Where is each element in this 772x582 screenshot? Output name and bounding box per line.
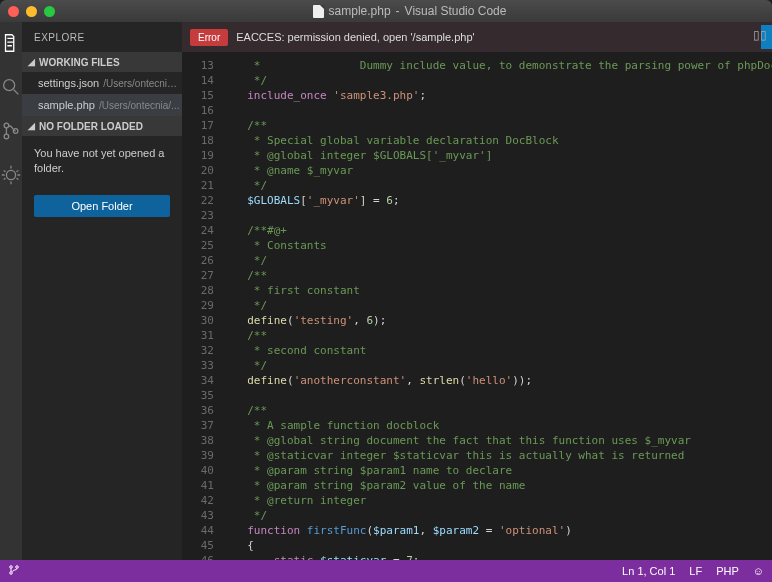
code-content[interactable]: * Dummy include value, to demonstrate th…: [222, 58, 772, 560]
search-icon[interactable]: [0, 76, 22, 98]
notification-text: EACCES: permission denied, open '/sample…: [236, 31, 761, 43]
code-editor[interactable]: 1314151617181920212223242526272829303132…: [182, 52, 772, 560]
line-number-gutter: 1314151617181920212223242526272829303132…: [182, 58, 222, 560]
no-folder-message: You have not yet opened a folder.: [22, 136, 182, 187]
file-name: sample.php: [38, 99, 95, 111]
status-bar: Ln 1, Col 1 LF PHP ☺: [0, 560, 772, 582]
minimize-window-icon[interactable]: [26, 6, 37, 17]
working-files-label: WORKING FILES: [39, 57, 120, 68]
svg-point-6: [10, 572, 13, 575]
file-icon: [313, 5, 324, 18]
svg-point-4: [6, 170, 15, 179]
no-folder-header[interactable]: ◢ NO FOLDER LOADED: [22, 116, 182, 136]
svg-point-1: [4, 123, 9, 128]
working-file-item[interactable]: settings.json/Users/ontecnia/...: [22, 72, 182, 94]
file-name: settings.json: [38, 77, 99, 89]
chevron-down-icon: ◢: [28, 57, 35, 67]
explorer-icon[interactable]: [0, 32, 22, 54]
status-eol[interactable]: LF: [689, 565, 702, 577]
file-path: /Users/ontecnia/...: [103, 78, 182, 89]
debug-icon[interactable]: [0, 164, 22, 186]
sidebar-title: EXPLORE: [22, 22, 182, 52]
file-path: /Users/ontecnia/...: [99, 100, 180, 111]
title-filename: sample.php: [329, 4, 391, 18]
working-file-item[interactable]: sample.php/Users/ontecnia/...: [22, 94, 182, 116]
status-ln-col[interactable]: Ln 1, Col 1: [622, 565, 675, 577]
chevron-down-icon: ◢: [28, 121, 35, 131]
sidebar-explorer: EXPLORE ◢ WORKING FILES settings.json/Us…: [22, 22, 182, 560]
error-badge: Error: [190, 29, 228, 46]
traffic-lights: [8, 6, 55, 17]
svg-point-2: [4, 134, 9, 139]
title-sep: -: [396, 4, 400, 18]
window-titlebar: sample.php - Visual Studio Code: [0, 0, 772, 22]
editor-actions: ▯▯ ⋯ ✕: [753, 28, 772, 42]
window-title: sample.php - Visual Studio Code: [55, 4, 764, 18]
notification-bar: Error EACCES: permission denied, open '/…: [182, 22, 772, 52]
git-branch-icon[interactable]: [8, 564, 20, 578]
source-control-icon[interactable]: [0, 120, 22, 142]
svg-point-5: [10, 566, 13, 569]
feedback-icon[interactable]: ☺: [753, 565, 764, 577]
split-editor-icon[interactable]: ▯▯: [753, 28, 767, 42]
zoom-window-icon[interactable]: [44, 6, 55, 17]
svg-point-7: [16, 566, 19, 569]
no-folder-label: NO FOLDER LOADED: [39, 121, 143, 132]
open-folder-button[interactable]: Open Folder: [34, 195, 170, 217]
working-files-header[interactable]: ◢ WORKING FILES: [22, 52, 182, 72]
svg-point-0: [4, 80, 15, 91]
status-language[interactable]: PHP: [716, 565, 739, 577]
editor-area: Error EACCES: permission denied, open '/…: [182, 22, 772, 560]
close-window-icon[interactable]: [8, 6, 19, 17]
activity-bar: [0, 22, 22, 560]
title-app: Visual Studio Code: [405, 4, 507, 18]
